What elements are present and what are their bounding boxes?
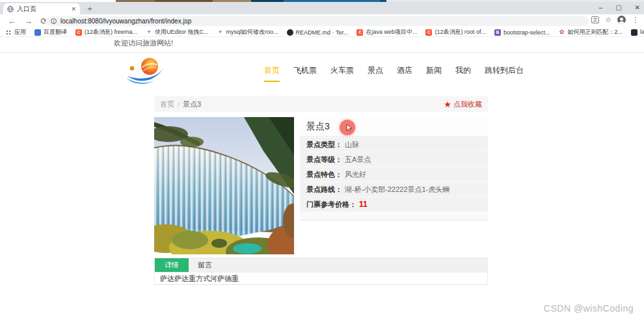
- bookmark-item[interactable]: ✿如何用正则匹配：2...: [559, 28, 623, 36]
- row-label: 景点特色：: [306, 170, 342, 180]
- generic-icon: ✦: [217, 29, 224, 36]
- bookmark-item[interactable]: README.md · Ter...: [287, 29, 349, 36]
- github-icon: [287, 29, 293, 36]
- tab-close-icon[interactable]: ✕: [71, 6, 76, 12]
- bookmark-item[interactable]: 百度翻译: [34, 28, 67, 36]
- nav-item-hotels[interactable]: 酒店: [397, 65, 412, 81]
- detail-row-feature: 景点特色： 风光好: [300, 167, 488, 181]
- tab-title: 入口页: [17, 5, 68, 14]
- row-label: 门票参考价格：: [306, 200, 356, 209]
- breadcrumb-separator: /: [178, 100, 180, 108]
- maximize-button[interactable]: ▢: [615, 4, 621, 11]
- mouse-cursor-icon: [345, 124, 353, 132]
- breadcrumb-home-link[interactable]: 首页: [160, 100, 174, 109]
- tab-detail[interactable]: 详情: [155, 258, 189, 272]
- browser-tab[interactable]: 入口页 ✕: [3, 3, 80, 14]
- menu-dots-icon[interactable]: ⋮: [632, 16, 639, 24]
- tab-strip: 入口页 ✕ + – ▢ ✕: [0, 2, 644, 14]
- bookmark-label: 百度翻译: [44, 28, 67, 36]
- bookmark-item[interactable]: C(12条消息) freema...: [75, 28, 137, 36]
- nav-item-home[interactable]: 首页: [264, 65, 280, 82]
- main-nav: 首页飞机票火车票景点酒店新闻我的跳转到后台: [306, 65, 524, 82]
- url-text[interactable]: localhost:8080/lvyouwangzhan/front/index…: [60, 18, 191, 25]
- globe-favicon-icon: [7, 6, 14, 12]
- nav-item-goto-admin[interactable]: 跳转到后台: [485, 65, 524, 81]
- bookmark-item[interactable]: Bbootstrap-select...: [494, 29, 550, 36]
- browser-toolbar: ← → ⟳ i localhost:8080/lvyouwangzhan/fro…: [0, 14, 644, 28]
- attraction-detail-panel: 景点3 景点类型： 山脉 景点等级： 五A景点 景点特色： 风光好 景点路线： …: [300, 118, 488, 221]
- attraction-photo: [154, 117, 294, 254]
- header-divider: [0, 52, 644, 53]
- bookmark-item[interactable]: C在java web项目中...: [356, 28, 417, 36]
- bookmarks-bar: 应用百度翻译C(12条消息) freema...✦使用UEditor 拖拽C..…: [0, 28, 644, 37]
- favorite-label: 点我收藏: [453, 100, 482, 109]
- translate-icon[interactable]: 文: [591, 16, 599, 23]
- row-label: 景点路线：: [306, 185, 342, 195]
- generic-icon: ✦: [146, 29, 152, 36]
- forward-icon[interactable]: →: [24, 16, 33, 26]
- bookmark-label: 应用: [14, 28, 26, 36]
- address-bar[interactable]: i localhost:8080/lvyouwangzhan/front/ind…: [46, 16, 589, 26]
- bootstrap-icon: B: [494, 29, 501, 36]
- detail-row-route: 景点路线： 湖-桥-小卖部-22222景点1-虎头蛳: [300, 182, 488, 196]
- detail-title-row: 景点3: [300, 118, 488, 137]
- browser-window: 入口页 ✕ + – ▢ ✕ ← → ⟳ i localhost:8080/lvy…: [0, 0, 644, 322]
- bookmark-label: mysql如何修改roo...: [226, 28, 278, 36]
- bookmark-star-icon[interactable]: ☆: [605, 16, 611, 24]
- nav-item-attractions[interactable]: 景点: [368, 65, 383, 81]
- nav-item-flight-tickets[interactable]: 飞机票: [293, 65, 317, 81]
- back-icon[interactable]: ←: [8, 16, 16, 26]
- star-icon: ★: [444, 100, 451, 109]
- flower-icon: ✿: [559, 29, 565, 36]
- site-info-icon[interactable]: i: [51, 18, 57, 24]
- bookmark-label: (12条消息) freema...: [85, 28, 137, 36]
- row-label: 景点类型：: [306, 140, 342, 150]
- row-label: 景点等级：: [306, 155, 342, 165]
- baidu-icon: [34, 29, 41, 36]
- row-value: 风光好: [345, 170, 366, 180]
- bookmark-item[interactable]: ✦使用UEditor 拖拽C...: [146, 28, 209, 36]
- csdn-icon: C: [356, 29, 363, 36]
- detail-tab-bar: 详情 留言: [154, 258, 488, 272]
- detail-row-type: 景点类型： 山脉: [300, 137, 488, 152]
- row-value: 山脉: [345, 140, 359, 150]
- nav-item-train-tickets[interactable]: 火车票: [330, 65, 354, 81]
- row-value: 五A景点: [345, 155, 371, 165]
- tab-message[interactable]: 留言: [189, 258, 221, 272]
- bookmark-label: bootstrap-select...: [503, 29, 550, 36]
- tab-content-panel: 萨达萨达重方式河萨德重: [154, 272, 488, 285]
- bookmark-label: 使用UEditor 拖拽C...: [155, 28, 209, 36]
- bookmark-item[interactable]: layDate - JS日期与...: [631, 28, 644, 36]
- bookmark-label: README.md · Ter...: [296, 29, 349, 36]
- apps-icon: [5, 29, 12, 36]
- bookmark-label: (12条消息) root of...: [435, 28, 486, 36]
- bookmark-label: layDate - JS日期与...: [640, 28, 644, 36]
- csdn-icon: C: [75, 29, 82, 36]
- layui-icon: [631, 29, 637, 36]
- bookmark-item[interactable]: ✦mysql如何修改roo...: [217, 28, 278, 36]
- price-value: 11: [359, 200, 368, 209]
- detail-row-grade: 景点等级： 五A景点: [300, 152, 488, 167]
- new-tab-button[interactable]: +: [85, 4, 95, 14]
- minimize-button[interactable]: –: [599, 4, 603, 11]
- nav-item-news[interactable]: 新闻: [426, 65, 442, 81]
- nav-item-mine[interactable]: 我的: [455, 65, 471, 81]
- row-value: 湖-桥-小卖部-22222景点1-虎头蛳: [345, 185, 449, 195]
- csdn-watermark: CSDN @wishCoding: [544, 303, 634, 314]
- waterfall-image: [154, 117, 294, 254]
- bookmark-label: 在java web项目中...: [366, 28, 417, 36]
- window-controls: – ▢ ✕: [599, 2, 640, 13]
- detail-description-text: 萨达萨达重方式河萨德重: [160, 274, 239, 284]
- detail-row-price: 门票参考价格： 11: [300, 197, 488, 211]
- bookmark-item[interactable]: C(12条消息) root of...: [425, 28, 486, 36]
- bookmark-item[interactable]: 应用: [5, 28, 26, 36]
- breadcrumb: 首页 / 景点3 ★ 点我收藏: [154, 96, 488, 112]
- attraction-title: 景点3: [306, 121, 330, 133]
- favorite-button[interactable]: ★ 点我收藏: [444, 100, 482, 109]
- profile-avatar[interactable]: [617, 16, 626, 24]
- bookmark-label: 如何用正则匹配：2...: [568, 28, 623, 36]
- click-highlight: [340, 120, 355, 135]
- close-button[interactable]: ✕: [635, 4, 640, 11]
- site-logo[interactable]: [125, 55, 168, 86]
- breadcrumb-current: 景点3: [183, 100, 201, 109]
